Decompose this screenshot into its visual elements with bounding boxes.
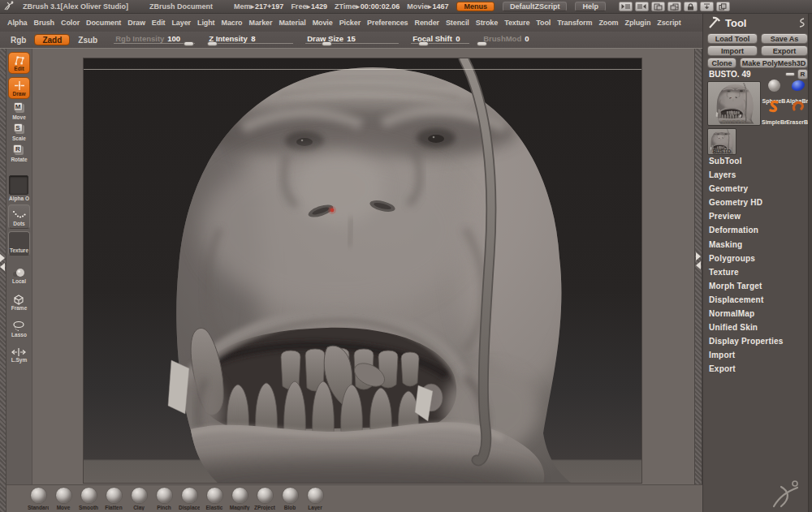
scroll-document-left-icon[interactable] — [651, 2, 665, 11]
menu-item[interactable]: Render — [415, 19, 439, 27]
parameter-slider[interactable]: Rgb Intensity 100 — [114, 33, 195, 47]
parameter-slider[interactable]: Draw Size 15 — [305, 33, 399, 47]
scroll-document-right-icon[interactable] — [667, 2, 681, 11]
subpalette-header[interactable]: Morph Target — [703, 279, 807, 293]
menu-item[interactable]: Material — [279, 19, 305, 27]
menu-item[interactable]: Document — [86, 19, 121, 27]
brush-preset[interactable]: Clay — [128, 487, 149, 512]
menu-item[interactable]: Stencil — [446, 19, 469, 27]
menu-item[interactable]: Color — [61, 19, 80, 27]
make-polymesh3d-button[interactable]: Make PolyMesh3D — [740, 58, 808, 68]
menu-item[interactable]: Layer — [171, 19, 191, 27]
subpalette-header[interactable]: Display Properties — [703, 334, 807, 348]
stroke-selector[interactable]: Dots — [8, 204, 30, 229]
recent-tool-thumb[interactable]: BUSTO — [707, 128, 736, 155]
menu-item[interactable]: Marker — [249, 19, 273, 27]
import-button[interactable]: Import — [707, 45, 758, 56]
menu-item[interactable]: Light — [197, 19, 215, 27]
menu-item[interactable]: Stroke — [476, 19, 498, 27]
brush-preset[interactable]: Flatten — [103, 487, 124, 512]
slider-handle[interactable] — [184, 41, 194, 46]
alpha-selector[interactable]: Alpha O — [9, 175, 29, 202]
slider-handle[interactable] — [418, 41, 429, 46]
brush-preset[interactable]: Smooth — [78, 487, 99, 512]
menu-item[interactable]: Brush — [34, 19, 55, 27]
menu-item[interactable]: Alpha — [7, 19, 28, 27]
subpalette-header[interactable]: Geometry HD — [703, 196, 807, 209]
brush-preset[interactable]: Layer — [304, 487, 326, 512]
menu-item[interactable]: Zscript — [657, 19, 680, 27]
document-canvas[interactable] — [84, 58, 641, 483]
brush-preset[interactable]: ZProject — [254, 487, 275, 512]
subpalette-header[interactable]: Layers — [703, 168, 807, 182]
help-button[interactable]: Help — [575, 2, 606, 11]
menu-item[interactable]: Transform — [557, 19, 592, 27]
load-tool-button[interactable]: Load Tool — [707, 33, 758, 44]
active-tool-preview[interactable]: BUSTO — [707, 81, 761, 126]
brush-preset[interactable]: Standard — [28, 487, 49, 512]
menu-item[interactable]: Preferences — [367, 19, 408, 27]
local-button[interactable]: Local — [12, 268, 26, 285]
zadd-button[interactable]: Zadd — [34, 34, 70, 45]
quick-tool-simplebrush[interactable]: SimpleBr — [762, 100, 786, 127]
minimize-icon[interactable] — [700, 2, 714, 11]
menu-item[interactable]: Picker — [339, 19, 361, 27]
edit-button[interactable]: Edit — [8, 52, 30, 74]
move-button[interactable]: M Move — [12, 102, 26, 121]
texture-selector[interactable]: Texture — [8, 231, 30, 256]
menu-item[interactable]: Draw — [127, 19, 145, 27]
menu-item[interactable]: Edit — [152, 19, 166, 27]
panel-menu-icon[interactable] — [798, 18, 806, 28]
subpalette-header[interactable]: Preview — [703, 209, 807, 223]
brush-preset[interactable]: Blob — [279, 487, 300, 512]
lock-icon[interactable] — [684, 2, 698, 11]
subpalette-header[interactable]: NormalMap — [703, 307, 807, 321]
menu-item[interactable]: Zoom — [598, 19, 618, 27]
slider-track[interactable] — [305, 43, 399, 44]
menu-item[interactable]: Tool — [536, 19, 551, 27]
menus-button[interactable]: Menus — [456, 2, 495, 11]
clone-button[interactable]: Clone — [707, 58, 736, 68]
brush-preset[interactable]: Displace — [179, 487, 200, 512]
zsub-button[interactable]: Zsub — [78, 36, 97, 45]
subpalette-header[interactable]: Geometry — [703, 182, 807, 196]
save-as-button[interactable]: Save As — [761, 33, 808, 44]
parameter-slider[interactable]: Z Intensity 8 — [207, 33, 293, 47]
lsym-button[interactable]: L.Sym — [11, 347, 28, 364]
brush-preset[interactable]: Magnify — [229, 487, 250, 512]
duplicate-window-icon[interactable] — [716, 2, 730, 11]
right-divider-toggle-icon[interactable] — [696, 252, 702, 270]
slider-handle[interactable] — [477, 41, 487, 46]
frame-button[interactable]: Frame — [11, 294, 28, 312]
scrub-right-icon[interactable] — [635, 2, 649, 11]
slider-track[interactable] — [114, 43, 195, 44]
subpalette-header[interactable]: Deformation — [703, 223, 807, 237]
quick-tool-eraserbrush[interactable]: EraserBr — [786, 100, 810, 127]
subpalette-header[interactable]: Texture — [703, 265, 807, 279]
slider-handle[interactable] — [207, 41, 218, 46]
tool-slider-handle[interactable] — [785, 72, 795, 76]
brush-preset[interactable]: Move — [53, 487, 74, 512]
brush-preset[interactable]: Elastic — [204, 487, 225, 512]
menu-item[interactable]: Zplugin — [625, 19, 651, 27]
right-panel-divider[interactable] — [694, 49, 702, 484]
export-button[interactable]: Export — [761, 45, 808, 56]
slider-track[interactable] — [207, 43, 293, 44]
lasso-button[interactable]: Lasso — [11, 321, 27, 338]
menu-item[interactable]: Movie — [313, 19, 333, 27]
subpalette-header[interactable]: SubTool — [703, 154, 807, 168]
subpalette-header[interactable]: Export — [703, 362, 807, 376]
subpalette-header[interactable]: Polygroups — [703, 252, 807, 265]
subpalette-header[interactable]: Import — [703, 348, 807, 362]
left-divider-toggle-icon[interactable] — [0, 253, 6, 272]
subpalette-header[interactable]: Displacement — [703, 293, 807, 307]
parameter-slider[interactable]: Focal Shift 0 — [411, 33, 469, 47]
alpha-swatch[interactable] — [9, 175, 28, 195]
panel-scrollbar[interactable] — [808, 14, 812, 512]
slider-handle[interactable] — [322, 41, 332, 46]
menu-item[interactable]: Macro — [221, 19, 242, 27]
left-panel-divider[interactable] — [0, 49, 6, 512]
subpalette-header[interactable]: Masking — [703, 238, 807, 252]
subpalette-header[interactable]: Unified Skin — [703, 321, 807, 334]
scale-button[interactable]: S Scale — [12, 123, 26, 142]
